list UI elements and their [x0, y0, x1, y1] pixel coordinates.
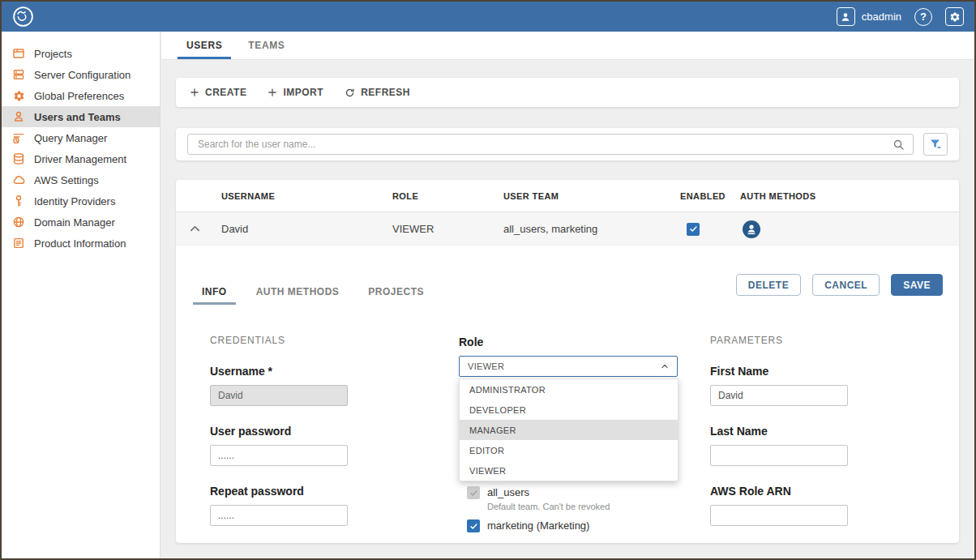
tab-projects[interactable]: PROJECTS	[359, 286, 433, 305]
enabled-checkbox[interactable]	[687, 223, 700, 236]
repeat-password-field[interactable]	[210, 505, 348, 526]
refresh-icon	[345, 88, 355, 98]
gear-icon	[12, 89, 25, 102]
role-field-label: Role	[459, 336, 678, 348]
globe-icon	[12, 216, 25, 229]
sidebar-item-identity-providers[interactable]: Identity Providers	[2, 190, 160, 212]
aws-role-arn-field[interactable]	[710, 505, 848, 526]
tab-info[interactable]: INFO	[193, 286, 236, 305]
col-header-auth-methods: AUTH METHODS	[740, 180, 815, 212]
sidebar: Projects Server Configuration Global Pre…	[2, 32, 161, 558]
aws-role-arn-field-label: AWS Role ARN	[710, 485, 848, 498]
server-icon	[12, 68, 25, 81]
sidebar-item-label: Domain Manager	[34, 216, 115, 229]
sidebar-item-label: Users and Teams	[34, 111, 121, 123]
sidebar-item-domain-manager[interactable]: Domain Manager	[2, 212, 160, 233]
main-content: USERS TEAMS CREATE IMPORT REFRESH	[161, 32, 974, 558]
parameters-title: PARAMETERS	[710, 335, 848, 346]
cancel-button[interactable]: CANCEL	[812, 274, 880, 296]
sidebar-item-label: Server Configuration	[34, 69, 131, 81]
collapse-chevron-icon[interactable]	[189, 212, 201, 246]
role-option-manager[interactable]: MANAGER	[460, 420, 678, 440]
sidebar-item-product-information[interactable]: Product Information	[2, 233, 160, 254]
team-label: all_users	[487, 486, 610, 498]
all-users-checkbox	[467, 486, 480, 499]
username-field	[210, 385, 348, 406]
password-field[interactable]	[210, 445, 348, 466]
cell-enabled	[687, 212, 700, 246]
users-table: USERNAME ROLE USER TEAM ENABLED AUTH MET…	[176, 180, 959, 543]
last-name-field-label: Last Name	[710, 425, 848, 438]
sidebar-item-driver-management[interactable]: Driver Management	[2, 148, 160, 169]
document-icon	[12, 237, 25, 250]
sidebar-item-label: Query Manager	[34, 132, 107, 144]
key-icon	[12, 195, 25, 207]
user-menu[interactable]: cbadmin	[837, 7, 901, 26]
team-label: marketing (Marketing)	[487, 519, 589, 532]
filter-funnel-icon	[929, 138, 942, 151]
marketing-checkbox[interactable]	[467, 519, 480, 532]
sidebar-item-aws-settings[interactable]: AWS Settings	[2, 169, 160, 190]
tab-teams[interactable]: TEAMS	[239, 32, 293, 59]
main-tab-bar: USERS TEAMS	[161, 32, 974, 60]
sidebar-item-label: Projects	[34, 48, 72, 60]
search-input[interactable]	[196, 138, 893, 151]
role-option-administrator[interactable]: ADMINISTRATOR	[460, 379, 678, 400]
team-row-marketing[interactable]: marketing (Marketing)	[467, 519, 678, 532]
app-logo-icon[interactable]	[12, 6, 34, 28]
credentials-section: CREDENTIALS Username * User password Rep…	[210, 335, 348, 545]
local-auth-icon	[742, 220, 761, 239]
sidebar-item-label: Product Information	[34, 237, 126, 250]
role-dropdown: ADMINISTRATOR DEVELOPER MANAGER EDITOR V…	[459, 378, 678, 481]
refresh-button[interactable]: REFRESH	[345, 87, 410, 98]
import-button[interactable]: IMPORT	[268, 87, 323, 98]
table-row[interactable]: David VIEWER all_users, marketing	[176, 212, 959, 246]
delete-button[interactable]: DELETE	[736, 274, 801, 296]
database-icon	[12, 152, 25, 165]
role-option-editor[interactable]: EDITOR	[460, 440, 678, 460]
first-name-field[interactable]	[710, 385, 848, 406]
help-icon[interactable]	[914, 8, 932, 26]
sidebar-item-label: AWS Settings	[34, 174, 99, 186]
role-select[interactable]: VIEWER	[459, 356, 678, 377]
tab-auth-methods[interactable]: AUTH METHODS	[247, 286, 349, 305]
sidebar-item-server-configuration[interactable]: Server Configuration	[2, 64, 160, 85]
role-option-viewer[interactable]: VIEWER	[460, 460, 678, 481]
last-name-field[interactable]	[710, 445, 848, 466]
toolbar: CREATE IMPORT REFRESH	[176, 78, 959, 107]
top-bar: cbadmin	[2, 2, 974, 32]
credentials-title: CREDENTIALS	[210, 335, 348, 346]
sidebar-item-global-preferences[interactable]: Global Preferences	[2, 85, 160, 106]
team-note: Default team. Can't be revoked	[487, 502, 610, 511]
plus-icon	[268, 88, 277, 97]
col-header-user-team: USER TEAM	[503, 180, 559, 212]
refresh-button-label: REFRESH	[361, 87, 410, 98]
search-bar	[176, 128, 959, 160]
sidebar-item-query-manager[interactable]: Query Manager	[2, 127, 160, 148]
role-option-developer[interactable]: DEVELOPER	[460, 400, 678, 420]
create-button[interactable]: CREATE	[190, 87, 246, 98]
detail-action-buttons: DELETE CANCEL SAVE	[736, 274, 943, 296]
table-header-row: USERNAME ROLE USER TEAM ENABLED AUTH MET…	[176, 180, 959, 212]
chevron-up-icon	[661, 362, 669, 370]
sidebar-item-users-and-teams[interactable]: Users and Teams	[2, 106, 160, 127]
app-window: cbadmin Projects Server Configuration	[0, 0, 976, 560]
role-section: Role VIEWER ADMINISTRATOR DEVELOPER MANA…	[459, 336, 678, 532]
settings-gear-icon[interactable]	[945, 7, 964, 26]
username-field-label: Username *	[210, 365, 348, 378]
search-icon	[893, 139, 905, 151]
projects-icon	[12, 47, 25, 60]
import-button-label: IMPORT	[283, 87, 323, 98]
user-avatar-icon	[837, 7, 855, 26]
cell-auth-methods	[742, 212, 761, 246]
col-header-enabled: ENABLED	[680, 180, 726, 212]
tab-users[interactable]: USERS	[178, 32, 231, 59]
first-name-field-label: First Name	[710, 365, 848, 378]
save-button[interactable]: SAVE	[891, 274, 943, 296]
sidebar-item-projects[interactable]: Projects	[2, 43, 160, 64]
team-list: all_users Default team. Can't be revoked…	[459, 486, 678, 532]
sidebar-item-label: Driver Management	[34, 153, 126, 165]
cell-role: VIEWER	[392, 212, 434, 246]
filter-button[interactable]	[923, 133, 948, 156]
role-select-value: VIEWER	[468, 361, 504, 371]
